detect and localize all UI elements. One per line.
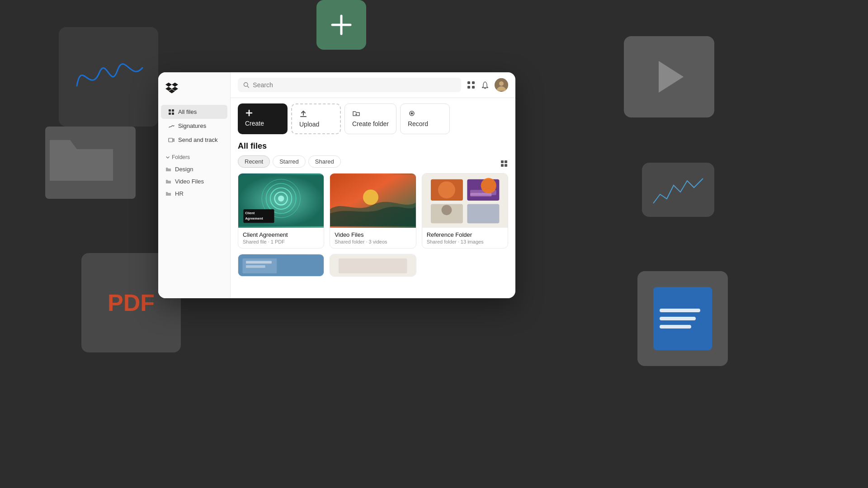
create-button[interactable]: Create xyxy=(238,103,288,134)
file-card-video-files[interactable]: Video Files Shared folder · 3 videos xyxy=(330,173,416,249)
svg-point-14 xyxy=(499,81,504,86)
svg-rect-6 xyxy=(169,138,173,142)
signatures-label: Signatures xyxy=(178,122,206,129)
filter-shared[interactable]: Shared xyxy=(308,155,341,168)
header-actions xyxy=(467,78,508,92)
filter-starred[interactable]: Starred xyxy=(273,155,306,168)
svg-rect-2 xyxy=(169,109,171,112)
user-avatar[interactable] xyxy=(495,78,508,92)
svg-rect-43 xyxy=(470,193,491,197)
bg-signature-decor xyxy=(59,27,158,127)
folder-plus-icon xyxy=(352,109,360,117)
files-section: All files Recent Starred Shared xyxy=(231,140,515,298)
upload-icon xyxy=(299,110,307,118)
bg-plus-decor xyxy=(316,0,366,50)
bell-icon[interactable] xyxy=(481,81,489,89)
svg-rect-11 xyxy=(467,86,470,89)
sidebar-folder-design[interactable]: Design xyxy=(158,163,230,175)
bg-doc-decor xyxy=(637,271,728,366)
bg-play-decor xyxy=(624,36,714,117)
reference-folder-name: Reference Folder xyxy=(427,231,503,238)
client-agreement-thumbnail: Client Agreement xyxy=(238,174,324,228)
svg-rect-51 xyxy=(246,265,265,268)
apps-icon[interactable] xyxy=(467,80,476,89)
files-title: All files xyxy=(238,141,508,151)
file-grid-bottom xyxy=(238,254,508,277)
file-card-reference-folder[interactable]: Reference Folder Shared folder · 13 imag… xyxy=(422,173,508,249)
sidebar-folder-hr[interactable]: HR xyxy=(158,188,230,200)
main-content: Create Upload Create folder xyxy=(231,72,515,298)
folders-section: Folders xyxy=(158,154,230,163)
reference-folder-meta: Shared folder · 13 images xyxy=(427,239,503,244)
svg-rect-23 xyxy=(501,160,504,163)
svg-rect-12 xyxy=(472,86,475,89)
svg-point-44 xyxy=(481,178,496,193)
client-agreement-meta: Shared file · 1 PDF xyxy=(243,239,319,244)
send-and-track-label: Send and track xyxy=(178,136,217,143)
sidebar-logo xyxy=(158,80,230,105)
svg-point-32 xyxy=(278,196,284,202)
sidebar-item-signatures[interactable]: Signatures xyxy=(161,119,227,133)
svg-rect-5 xyxy=(172,113,174,115)
filter-row: Recent Starred Shared xyxy=(238,155,508,173)
client-agreement-name: Client Agreement xyxy=(243,231,319,238)
create-folder-button[interactable]: Create folder xyxy=(344,103,396,134)
file-grid: Client Agreement Client Agreement Shared… xyxy=(238,173,508,249)
file-card-client-agreement[interactable]: Client Agreement Client Agreement Shared… xyxy=(238,173,324,249)
reference-folder-thumbnail xyxy=(422,174,508,228)
all-files-label: All files xyxy=(178,108,197,115)
video-files-meta: Shared folder · 3 videos xyxy=(335,239,411,244)
filter-recent[interactable]: Recent xyxy=(238,155,270,168)
svg-rect-10 xyxy=(472,81,475,84)
file-card-partial-1[interactable] xyxy=(238,254,324,277)
client-agreement-info: Client Agreement Shared file · 1 PDF xyxy=(238,228,324,248)
svg-point-40 xyxy=(438,181,455,198)
main-modal: All files Signatures Send and track Fold… xyxy=(158,72,515,298)
video-files-info: Video Files Shared folder · 3 videos xyxy=(330,228,415,248)
record-button[interactable]: Record xyxy=(400,103,450,134)
upload-button[interactable]: Upload xyxy=(291,103,341,134)
view-toggle[interactable] xyxy=(500,160,508,169)
svg-rect-26 xyxy=(505,164,507,167)
sidebar-folder-video-files[interactable]: Video Files xyxy=(158,175,230,188)
svg-rect-9 xyxy=(467,81,470,84)
search-icon xyxy=(243,82,249,88)
record-icon xyxy=(408,109,416,117)
search-bar[interactable] xyxy=(238,78,461,92)
svg-point-46 xyxy=(441,205,452,215)
sidebar-item-send-and-track[interactable]: Send and track xyxy=(161,133,227,147)
svg-rect-25 xyxy=(501,164,504,167)
action-buttons: Create Upload Create folder xyxy=(231,98,515,140)
reference-folder-info: Reference Folder Shared folder · 13 imag… xyxy=(422,228,508,248)
svg-point-37 xyxy=(363,189,378,205)
header xyxy=(231,72,515,98)
hr-folder-label: HR xyxy=(175,190,184,197)
svg-text:Agreement: Agreement xyxy=(245,216,263,221)
sidebar-item-all-files[interactable]: All files xyxy=(161,105,227,119)
search-input[interactable] xyxy=(253,81,456,89)
svg-point-22 xyxy=(410,113,413,115)
svg-rect-47 xyxy=(467,204,499,224)
svg-rect-4 xyxy=(169,113,171,115)
bg-graph-decor xyxy=(642,163,714,217)
create-icon xyxy=(245,109,253,117)
svg-line-8 xyxy=(247,86,249,87)
svg-rect-53 xyxy=(339,258,407,273)
folders-label: Folders xyxy=(172,154,190,160)
svg-rect-24 xyxy=(505,160,507,163)
video-files-thumbnail xyxy=(330,174,415,228)
video-files-folder-label: Video Files xyxy=(175,178,204,185)
video-files-name: Video Files xyxy=(335,231,411,238)
grid-view-icon xyxy=(500,160,508,168)
svg-rect-50 xyxy=(246,261,272,264)
bg-folder-decor xyxy=(45,127,136,199)
filter-tabs: Recent Starred Shared xyxy=(238,155,341,168)
file-card-partial-2[interactable] xyxy=(330,254,416,277)
design-folder-label: Design xyxy=(175,166,193,173)
sidebar: All files Signatures Send and track Fold… xyxy=(158,72,231,298)
svg-rect-3 xyxy=(172,109,174,112)
pdf-label: PDF xyxy=(108,289,155,316)
svg-text:Client: Client xyxy=(245,211,255,215)
